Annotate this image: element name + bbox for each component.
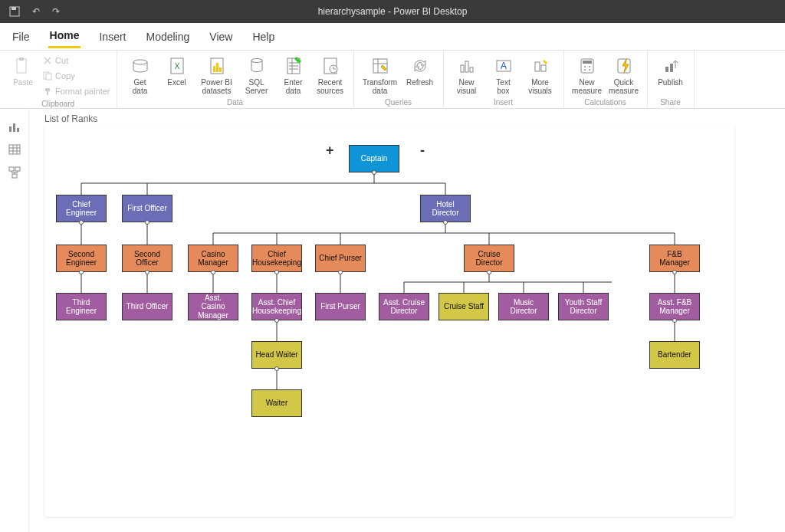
new-visual-button[interactable]: New visual: [448, 52, 485, 98]
node-fb-manager[interactable]: F&B Manager: [649, 245, 700, 272]
menu-file[interactable]: File: [11, 26, 31, 48]
data-view-icon[interactable]: [8, 143, 21, 156]
node-second-engineer[interactable]: Second Engineer: [56, 245, 107, 272]
ribbon-group-insert: New visual AText box More visuals Insert: [444, 51, 564, 108]
node-head-waiter[interactable]: Head Waiter: [251, 341, 302, 369]
expand-button[interactable]: +: [326, 143, 334, 159]
enter-data-button[interactable]: Enter data: [275, 52, 312, 98]
node-third-engineer[interactable]: Third Engineer: [56, 293, 107, 320]
svg-rect-28: [583, 61, 592, 64]
svg-rect-35: [670, 64, 673, 72]
svg-rect-41: [15, 167, 20, 171]
node-chief-housekeeping[interactable]: Chief Housekeeping: [251, 245, 302, 272]
node-hotel-director[interactable]: Hotel Director: [420, 195, 471, 222]
svg-rect-39: [9, 145, 20, 154]
svg-rect-25: [535, 62, 540, 71]
excel-button[interactable]: XExcel: [159, 52, 195, 98]
node-cruise-staff[interactable]: Cruise Staff: [438, 293, 489, 320]
window-title: hierarchysample - Power BI Desktop: [318, 6, 468, 17]
node-captain[interactable]: Captain: [349, 145, 399, 172]
node-cruise-director[interactable]: Cruise Director: [464, 245, 514, 272]
recent-sources-button[interactable]: Recent sources: [312, 52, 349, 98]
ribbon-group-queries: Transform data Refresh Queries: [354, 51, 444, 108]
svg-rect-38: [17, 128, 19, 132]
node-first-purser[interactable]: First Purser: [315, 293, 366, 320]
node-third-officer[interactable]: Third Officer: [122, 293, 172, 320]
node-asst-casino[interactable]: Asst. Casino Manager: [188, 293, 238, 320]
publish-button[interactable]: Publish: [652, 52, 689, 98]
svg-rect-12: [213, 66, 215, 72]
svg-point-15: [251, 59, 262, 63]
node-chief-engineer[interactable]: Chief Engineer: [56, 195, 107, 222]
svg-rect-40: [9, 167, 14, 171]
svg-rect-37: [13, 123, 15, 132]
save-icon[interactable]: [6, 5, 23, 18]
node-music-director[interactable]: Music Director: [498, 293, 549, 320]
svg-rect-7: [47, 91, 48, 95]
copy-button: Copy: [43, 69, 110, 83]
node-casino-manager[interactable]: Casino Manager: [188, 245, 238, 272]
node-first-officer[interactable]: First Officer: [122, 195, 172, 222]
svg-rect-6: [45, 88, 50, 91]
get-data-button[interactable]: Get data: [122, 52, 159, 98]
quick-measure-button[interactable]: Quick measure: [606, 52, 642, 98]
model-view-icon[interactable]: [8, 166, 21, 179]
svg-rect-3: [19, 57, 24, 61]
svg-rect-26: [541, 65, 546, 71]
svg-rect-13: [216, 63, 218, 72]
ribbon-group-data: Get data XExcel Power BI datasets SQL Se…: [117, 51, 354, 108]
node-youth-staff[interactable]: Youth Staff Director: [558, 293, 609, 320]
svg-rect-34: [665, 67, 668, 72]
cut-button: Cut: [43, 54, 110, 67]
svg-rect-36: [9, 126, 11, 132]
ribbon: Paste Cut Copy Format painter Clipboard …: [0, 51, 785, 109]
report-canvas[interactable]: + - Captain Chief Engineer First Officer…: [44, 126, 734, 517]
menu-home[interactable]: Home: [48, 25, 81, 48]
node-second-officer[interactable]: Second Officer: [122, 245, 172, 272]
svg-text:X: X: [174, 62, 179, 71]
svg-rect-14: [219, 67, 222, 72]
collapse-button[interactable]: -: [420, 143, 425, 159]
menu-view[interactable]: View: [208, 26, 234, 48]
svg-text:A: A: [501, 61, 507, 71]
menu-modeling[interactable]: Modeling: [144, 26, 191, 48]
menubar: File Home Insert Modeling View Help: [0, 23, 785, 51]
report-view-icon[interactable]: [8, 120, 21, 133]
sql-server-button[interactable]: SQL Server: [238, 52, 275, 98]
node-asst-cruise[interactable]: Asst. Cruise Director: [379, 293, 429, 320]
svg-rect-20: [461, 65, 464, 72]
svg-point-8: [133, 60, 147, 64]
svg-rect-5: [46, 74, 51, 80]
format-painter-button: Format painter: [43, 84, 110, 98]
ribbon-group-share: Publish Share: [648, 51, 695, 108]
svg-rect-2: [17, 59, 26, 73]
more-visuals-button[interactable]: More visuals: [522, 52, 559, 98]
new-measure-button[interactable]: New measure: [569, 52, 606, 98]
powerbi-datasets-button[interactable]: Power BI datasets: [195, 52, 238, 98]
ribbon-group-calculations: New measure Quick measure Calculations: [564, 51, 648, 108]
text-box-button[interactable]: AText box: [485, 52, 522, 98]
svg-point-29: [584, 66, 586, 67]
svg-rect-1: [11, 7, 16, 10]
node-bartender[interactable]: Bartender: [649, 341, 700, 369]
svg-rect-42: [12, 174, 17, 178]
paste-button[interactable]: Paste: [5, 52, 41, 100]
node-chief-purser[interactable]: Chief Purser: [315, 245, 366, 272]
transform-data-button[interactable]: Transform data: [359, 52, 402, 98]
title-bar: ↶ ↷ hierarchysample - Power BI Desktop: [0, 0, 785, 23]
node-asst-chief-hk[interactable]: Asst. Chief Housekeeping: [251, 293, 302, 320]
svg-point-32: [589, 69, 590, 71]
svg-point-30: [589, 66, 590, 67]
svg-rect-21: [465, 61, 468, 72]
svg-point-31: [584, 69, 586, 71]
node-asst-fb[interactable]: Asst. F&B Manager: [649, 293, 700, 320]
undo-icon[interactable]: ↶: [29, 5, 43, 18]
menu-insert[interactable]: Insert: [97, 26, 127, 48]
ribbon-group-clipboard: Paste Cut Copy Format painter Clipboard: [0, 51, 117, 108]
svg-rect-22: [470, 67, 473, 72]
redo-icon[interactable]: ↷: [49, 5, 63, 18]
node-waiter[interactable]: Waiter: [251, 389, 302, 417]
refresh-button[interactable]: Refresh: [402, 52, 438, 98]
view-switcher: [0, 109, 29, 532]
menu-help[interactable]: Help: [251, 26, 276, 48]
